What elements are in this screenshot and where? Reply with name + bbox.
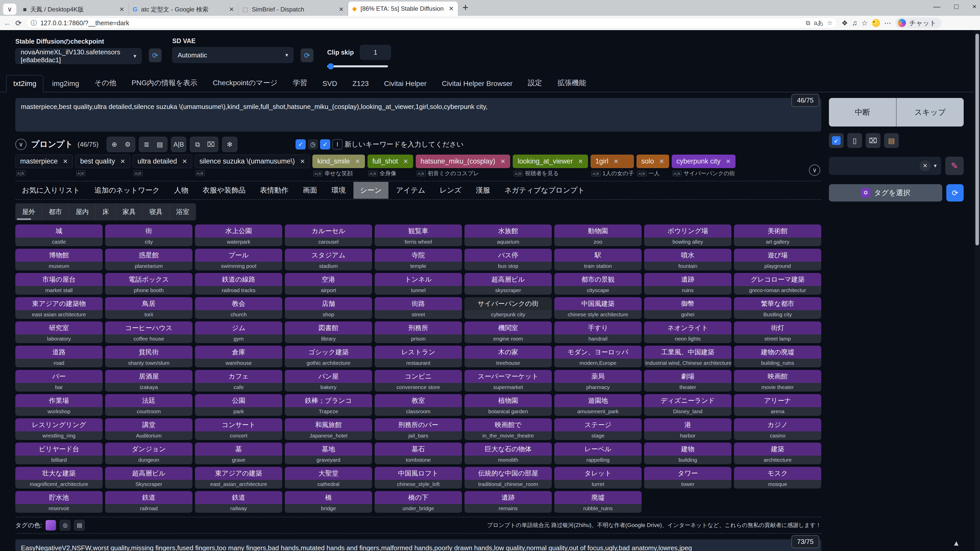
toolbar-icon[interactable]: ⌧ (205, 138, 217, 150)
favorite-star-icon[interactable]: ☆ (827, 19, 833, 27)
tag-pill[interactable]: ultra detailed ✕ (133, 155, 192, 168)
main-tab[interactable]: Civitai Helper Browser (435, 76, 519, 92)
scene-tag-cell[interactable]: 空港 airport (285, 273, 372, 295)
tag-pill[interactable]: looking_at_viewer ✕ (513, 155, 588, 168)
tag-remove-icon[interactable]: ✕ (614, 158, 619, 165)
translate-ab-icon[interactable]: A|B (134, 171, 143, 176)
site-info-icon[interactable]: ⓘ (30, 19, 37, 27)
tag-pill[interactable]: cyberpunk city ✕ (672, 155, 736, 168)
scene-subtab[interactable]: 屋外 (15, 203, 42, 221)
tag-pill[interactable]: solo ✕ (636, 155, 669, 168)
scene-tag-cell[interactable]: ゴシック建築 gothic architecture (285, 346, 372, 367)
translate-ab-icon[interactable]: A|B (16, 171, 25, 176)
scene-tag-cell[interactable]: 薬局 pharmacy (554, 370, 641, 392)
scene-tag-cell[interactable]: 鉄棒；ブランコ Trapeze (285, 394, 372, 416)
negative-prompt-textarea[interactable]: EasyNegativeV2,NSFW,worst quality,missin… (15, 539, 821, 551)
tag-remove-icon[interactable]: ✕ (725, 158, 731, 165)
scene-tag-cell[interactable]: スタジアム stadium (285, 249, 372, 270)
collapse-tags-icon[interactable]: ∨ (809, 165, 820, 176)
scene-tag-cell[interactable]: 市場の屋台 market stall (15, 273, 103, 295)
scene-tag-cell[interactable]: スーパーマーケット supermarket (465, 370, 552, 392)
scene-tag-cell[interactable]: 都市の景観 cityscape (554, 273, 641, 295)
translate-ab-icon[interactable]: A|B (638, 171, 646, 176)
translate-ab-icon[interactable]: A|B (592, 171, 600, 176)
scene-tag-cell[interactable]: 動物園 zoo (554, 224, 641, 246)
scene-tag-cell[interactable]: 御幣 gohei (644, 297, 732, 319)
scene-tag-cell[interactable]: 墓石 tombstone (375, 443, 462, 464)
translate-ab-icon[interactable]: A|B (369, 171, 377, 176)
category-tab[interactable]: お気に入りリスト (15, 182, 87, 199)
scene-tag-cell[interactable]: 映画館 movie theater (734, 370, 821, 392)
tags-refresh-button[interactable]: ⟳ (946, 184, 964, 202)
extensions-icon[interactable]: ❖ (842, 19, 848, 27)
translate-ab-icon[interactable]: A|B (514, 171, 523, 176)
main-tab[interactable]: SVD (316, 76, 344, 92)
scene-tag-cell[interactable]: 駅 train station (554, 249, 641, 270)
scene-tag-cell[interactable]: 港 harbor (644, 418, 732, 440)
scene-tag-cell[interactable]: 工業風、中国建築 Industrial wind, Chinese archit… (644, 346, 732, 367)
scene-tag-cell[interactable]: 建物 building (644, 443, 732, 464)
scene-tag-cell[interactable]: 教室 classroom (375, 394, 462, 416)
toolbar-icon[interactable]: ⧉ (192, 138, 204, 150)
main-tab[interactable]: Civitai Helper (377, 76, 433, 92)
vae-dropdown[interactable]: Automatic ▾ (172, 47, 293, 63)
scene-tag-cell[interactable]: 鉄道 railroad (105, 491, 192, 513)
styles-dropdown[interactable]: ✕ ▾ (829, 157, 941, 175)
scene-tag-cell[interactable]: 街 city (105, 224, 192, 246)
collapse-prompt-icon[interactable]: ∨ (15, 139, 27, 150)
scene-tag-cell[interactable]: 刑務所 prison (375, 321, 462, 343)
tab-close-icon[interactable]: ✕ (119, 6, 124, 13)
scene-tag-cell[interactable]: プール swimming pool (195, 249, 282, 270)
tag-remove-icon[interactable]: ✕ (403, 158, 408, 165)
tag-remove-icon[interactable]: ✕ (63, 158, 68, 165)
scene-tag-cell[interactable]: 超高層ビル skyscraper (465, 273, 552, 295)
restore-button[interactable]: □ (954, 3, 959, 11)
scene-tag-cell[interactable]: 遊園地 amusement_park (554, 394, 641, 416)
toggle-checkbox[interactable]: I (332, 139, 342, 149)
tag-color-circle-icon[interactable]: ◎ (60, 520, 70, 530)
main-tab[interactable]: Checkpointのマージ (206, 74, 284, 92)
scene-subtab[interactable]: 浴室 (169, 203, 196, 221)
main-tab[interactable]: txt2img (6, 75, 43, 92)
toggle-checkbox[interactable]: ✓ (320, 139, 330, 149)
prompt-textarea[interactable]: masterpiece,best quality,ultra detailed,… (15, 98, 821, 132)
scene-tag-cell[interactable]: 貧民街 shanty town/slum (105, 346, 192, 367)
scene-tag-cell[interactable]: 博物館 museum (15, 249, 103, 270)
toolbar-icon[interactable]: ⊕ (108, 138, 120, 150)
tag-remove-icon[interactable]: ✕ (578, 158, 583, 165)
scene-subtab[interactable]: 屋内 (69, 203, 96, 221)
browser-tab[interactable]: ◆ [86% ETA: 5s] Stable Diffusion ✕ (348, 2, 458, 16)
scene-tag-cell[interactable]: 中国風ロフト chinese_style_loft (375, 467, 462, 489)
page-scrollbar[interactable] (974, 30, 980, 551)
scene-tag-cell[interactable]: 伝統的な中国の部屋 traditional_chinese_room (465, 467, 552, 489)
tag-pill[interactable]: full_shot ✕ (368, 155, 413, 168)
scene-tag-cell[interactable]: 東アジアの建築物 east asian architecture (15, 297, 103, 319)
scene-tag-cell[interactable]: 噴水 fountain (644, 249, 732, 270)
scene-tag-cell[interactable]: 廃墟 rubble_ruins (554, 491, 641, 513)
scene-tag-cell[interactable]: ダンジョン dungeon (105, 443, 192, 464)
vae-refresh-button[interactable]: ⟳ (301, 48, 313, 62)
scene-tag-cell[interactable]: 街路 street (375, 297, 462, 319)
address-bar[interactable]: ⓘ 127.0.0.1:7860/?__theme=dark ⧉ aあ ☆ (26, 17, 837, 28)
scene-tag-cell[interactable]: トンネル tunnel (375, 273, 462, 295)
scene-tag-cell[interactable]: ステージ stage (554, 418, 641, 440)
scene-tag-cell[interactable]: 遊び場 playground (734, 249, 821, 270)
category-tab[interactable]: レンズ (433, 182, 468, 199)
tag-remove-icon[interactable]: ✕ (182, 158, 187, 165)
toggle-checkbox[interactable]: ✓ (296, 139, 306, 149)
scene-tag-cell[interactable]: 劇場 theater (644, 370, 732, 392)
checkpoint-dropdown[interactable]: novaAnimeXL_ilV130.safetensors [e8abe8da… (15, 48, 142, 64)
toolbar-icon[interactable]: ⚙ (122, 138, 134, 150)
category-tab[interactable]: ネガティブなプロンプト (498, 182, 591, 199)
tab-close-icon[interactable]: ✕ (339, 6, 344, 13)
scene-tag-cell[interactable]: 東アジアの建築 east_asian_architecture (195, 467, 282, 489)
tag-remove-icon[interactable]: ✕ (659, 158, 664, 165)
scene-tag-cell[interactable]: 墓地 graveyard (285, 443, 372, 464)
toolbar-icon[interactable]: A|B (173, 138, 185, 150)
scene-tag-cell[interactable]: 建築 architecture (734, 443, 821, 464)
scene-tag-cell[interactable]: タワー tower (644, 467, 732, 489)
tag-pill[interactable]: best quality ✕ (75, 155, 130, 168)
scene-tag-cell[interactable]: レスリングリング wrestling_ring (15, 418, 103, 440)
scene-tag-cell[interactable]: 水上公園 waterpark (195, 224, 282, 246)
scene-subtab[interactable]: 寝具 (143, 203, 169, 221)
